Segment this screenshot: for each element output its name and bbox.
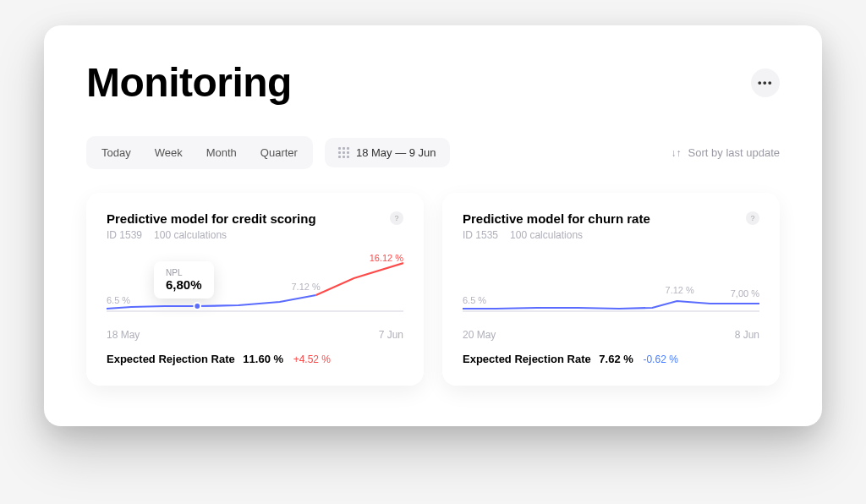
page-title: Monitoring (86, 59, 292, 106)
model-card-credit-scoring[interactable]: Predictive model for credit scoring ? ID… (86, 193, 424, 386)
footer-value: 7.62 % (599, 353, 633, 365)
date-range-picker[interactable]: 18 May — 9 Jun (325, 138, 450, 167)
header-row: Monitoring ••• (86, 59, 780, 106)
more-button[interactable]: ••• (751, 68, 780, 97)
sort-icon: ↓↑ (671, 147, 682, 159)
footer-delta: -0.62 % (643, 353, 677, 365)
model-card-churn-rate[interactable]: Predictive model for churn rate ? ID 153… (442, 193, 780, 386)
monitoring-window: Monitoring ••• Today Week Month Quarter … (44, 25, 822, 426)
footer-label: Expected Rejection Rate (463, 353, 591, 365)
date-end: 8 Jun (735, 329, 759, 341)
chart-churn-rate: 7,00 % 7.12 % 6.5 % (463, 253, 759, 322)
date-row: 20 May 8 Jun (463, 329, 759, 341)
calendar-grid-icon (338, 147, 349, 158)
sort-label: Sort by last update (688, 146, 780, 159)
controls-row: Today Week Month Quarter 18 May — 9 Jun … (86, 136, 780, 169)
card-title: Predictive model for churn rate (463, 211, 650, 226)
date-range-label: 18 May — 9 Jun (356, 146, 436, 159)
date-row: 18 May 7 Jun (107, 329, 403, 341)
card-title: Predictive model for credit scoring (107, 211, 316, 226)
date-end: 7 Jun (379, 329, 403, 341)
card-footer: Expected Rejection Rate 7.62 % -0.62 % (463, 353, 759, 365)
calc-count: 100 calculations (154, 229, 227, 241)
period-week[interactable]: Week (143, 140, 195, 166)
chart-credit-scoring: 16.12 % 7.12 % 6.5 % NPL 6,80% (107, 253, 403, 322)
cards-row: Predictive model for credit scoring ? ID… (86, 193, 780, 386)
footer-label: Expected Rejection Rate (107, 353, 235, 365)
footer-delta: +4.52 % (293, 353, 331, 365)
help-icon[interactable]: ? (746, 211, 759, 225)
footer-value: 11.60 % (243, 353, 283, 365)
card-footer: Expected Rejection Rate 11.60 % +4.52 % (107, 353, 403, 365)
period-segmented-control: Today Week Month Quarter (86, 136, 313, 169)
period-quarter[interactable]: Quarter (249, 140, 310, 166)
period-today[interactable]: Today (90, 140, 143, 166)
period-month[interactable]: Month (195, 140, 249, 166)
date-start: 20 May (463, 329, 496, 341)
sort-button[interactable]: ↓↑ Sort by last update (671, 146, 780, 159)
model-id: ID 1539 (107, 229, 142, 241)
card-meta: ID 1539 100 calculations (107, 229, 403, 241)
card-header: Predictive model for credit scoring ? (107, 211, 403, 226)
card-meta: ID 1535 100 calculations (463, 229, 759, 241)
more-icon: ••• (758, 76, 773, 89)
model-id: ID 1535 (463, 229, 498, 241)
calc-count: 100 calculations (510, 229, 583, 241)
help-icon[interactable]: ? (390, 211, 403, 225)
date-start: 18 May (107, 329, 140, 341)
card-header: Predictive model for churn rate ? (463, 211, 759, 226)
svg-point-1 (194, 303, 200, 310)
